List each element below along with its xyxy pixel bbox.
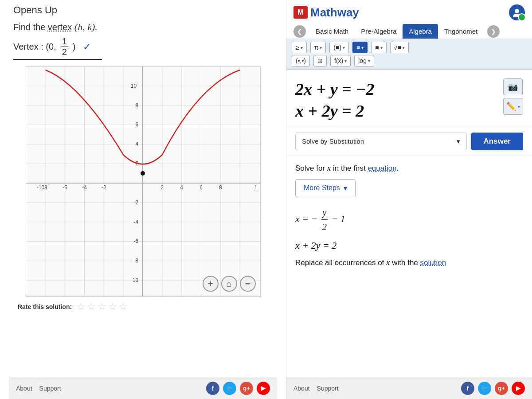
left-footer: About Support f 🐦 g+ ▶ bbox=[9, 377, 277, 399]
svg-text:-4: -4 bbox=[133, 219, 138, 225]
solution-link[interactable]: solution bbox=[420, 258, 446, 267]
step-var-x: x bbox=[327, 163, 331, 172]
star-2[interactable]: ☆ bbox=[87, 301, 96, 313]
facebook-icon-left[interactable]: f bbox=[206, 382, 219, 395]
svg-text:6: 6 bbox=[200, 184, 203, 191]
star-4[interactable]: ☆ bbox=[108, 301, 117, 313]
vertex-fraction: 1 2 bbox=[61, 36, 68, 57]
svg-text:-2: -2 bbox=[133, 200, 138, 206]
googleplus-icon-left[interactable]: g+ bbox=[240, 382, 253, 395]
camera-btn[interactable]: 📷 bbox=[503, 78, 523, 95]
star-rating[interactable]: ☆ ☆ ☆ ☆ ☆ bbox=[76, 301, 128, 313]
equation-line-1: 2x + y = −2 bbox=[295, 78, 498, 100]
math-actions: 📷 ✏️ ▾ bbox=[503, 78, 523, 115]
zoom-out-button[interactable]: − bbox=[240, 276, 256, 292]
fx-btn[interactable]: f(x) ▾ bbox=[330, 55, 351, 66]
right-panel: M Mathway ❮ Basic Math Pre-Algebra Algeb… bbox=[286, 0, 532, 399]
vertex-fraction-num: 1 bbox=[61, 36, 68, 47]
tab-basic-math[interactable]: Basic Math bbox=[309, 24, 355, 39]
opens-up-text: Opens Up bbox=[13, 4, 273, 16]
matrix-btn[interactable]: ≡ ▾ bbox=[352, 42, 368, 53]
svg-text:-4: -4 bbox=[82, 184, 87, 191]
zoom-in-button[interactable]: + bbox=[203, 276, 219, 292]
steps-content: Solve for x in the first equation. More … bbox=[286, 156, 532, 377]
paren-btn[interactable]: (■) ▾ bbox=[329, 42, 349, 53]
social-icons-left: f 🐦 g+ ▶ bbox=[206, 382, 270, 395]
svg-text:8: 8 bbox=[135, 102, 138, 109]
left-content: Opens Up Find the vertex (h, k). Vertex … bbox=[9, 0, 277, 377]
sqrt-btn[interactable]: √■ ▾ bbox=[390, 42, 409, 53]
svg-text:4: 4 bbox=[135, 141, 138, 147]
rate-section: Rate this solution: ☆ ☆ ☆ ☆ ☆ bbox=[13, 297, 273, 313]
star-1[interactable]: ☆ bbox=[76, 301, 85, 313]
star-3[interactable]: ☆ bbox=[98, 301, 106, 313]
svg-text:-2: -2 bbox=[102, 184, 106, 191]
more-steps-label: More Steps bbox=[304, 184, 340, 192]
graph-controls: + ⌂ − bbox=[203, 276, 256, 292]
svg-text:-6: -6 bbox=[133, 238, 138, 244]
youtube-icon-left[interactable]: ▶ bbox=[257, 382, 270, 395]
edit-btn[interactable]: ✏️ ▾ bbox=[503, 98, 523, 115]
greater-equal-btn[interactable]: ≥ ▾ bbox=[292, 42, 307, 53]
toolbar: ≥ ▾ π ▾ (■) ▾ ≡ ▾ ■ ▾ √■ ▾ (•,•) ⊞ f(x) … bbox=[286, 39, 532, 70]
square-btn[interactable]: ■ ▾ bbox=[371, 42, 386, 53]
equation-link[interactable]: equation bbox=[368, 164, 396, 172]
twitter-icon-right[interactable]: 🐦 bbox=[478, 382, 491, 395]
about-link-left[interactable]: About bbox=[16, 385, 32, 392]
toolbar-row-2: (•,•) ⊞ f(x) ▾ log ▾ bbox=[292, 55, 527, 66]
svg-text:4: 4 bbox=[180, 184, 183, 191]
step-instruction-1: Solve for x in the first equation. bbox=[295, 163, 523, 173]
nav-left-arrow[interactable]: ❮ bbox=[293, 25, 306, 38]
tab-trigonometry[interactable]: Trigonomet bbox=[438, 24, 484, 39]
nav-right-arrow[interactable]: ❯ bbox=[487, 25, 500, 38]
log-btn[interactable]: log ▾ bbox=[354, 55, 374, 66]
mathway-header: M Mathway ❮ Basic Math Pre-Algebra Algeb… bbox=[286, 0, 532, 39]
tab-pre-algebra[interactable]: Pre-Algebra bbox=[355, 24, 403, 39]
svg-text:10: 10 bbox=[132, 277, 138, 283]
result-fraction-den: 2 bbox=[321, 220, 328, 234]
social-icons-right: f 🐦 g+ ▶ bbox=[461, 382, 525, 395]
pi-btn[interactable]: π ▾ bbox=[310, 42, 326, 53]
coord-btn[interactable]: (•,•) bbox=[292, 55, 310, 66]
user-avatar[interactable] bbox=[509, 4, 525, 20]
logo-box: M bbox=[293, 6, 308, 19]
replace-var: x bbox=[386, 258, 390, 267]
svg-text:2: 2 bbox=[160, 184, 164, 191]
star-5[interactable]: ☆ bbox=[119, 301, 128, 313]
tab-algebra[interactable]: Algebra bbox=[403, 24, 438, 39]
vertex-keyword: vertex bbox=[48, 22, 72, 32]
svg-text:6: 6 bbox=[135, 121, 138, 128]
vertex-close: ) bbox=[73, 42, 76, 52]
youtube-icon-right[interactable]: ▶ bbox=[512, 382, 525, 395]
mathway-logo: M Mathway bbox=[293, 6, 359, 20]
svg-text:8: 8 bbox=[219, 184, 222, 191]
graph-container: -108 -6 -4 -2 2 4 6 8 1 10 8 6 4 2 -2 -4… bbox=[26, 66, 261, 297]
result-fraction-num: y bbox=[321, 205, 328, 220]
vertex-label: Vertex : (0, bbox=[13, 42, 56, 52]
svg-point-45 bbox=[515, 9, 519, 13]
googleplus-icon-right[interactable]: g+ bbox=[495, 382, 508, 395]
solve-method-select[interactable]: Solve by Substitution ▾ bbox=[295, 133, 467, 150]
vertex-line: Vertex : (0, 1 2 ) ✓ bbox=[13, 36, 102, 60]
toolbar-row-1: ≥ ▾ π ▾ (■) ▾ ≡ ▾ ■ ▾ √■ ▾ bbox=[292, 42, 527, 53]
dropdown-arrow-icon: ▾ bbox=[457, 137, 460, 145]
nav-tabs: ❮ Basic Math Pre-Algebra Algebra Trigono… bbox=[293, 24, 525, 39]
support-link-right[interactable]: Support bbox=[317, 385, 339, 392]
about-link-right[interactable]: About bbox=[293, 385, 310, 392]
home-button[interactable]: ⌂ bbox=[221, 276, 237, 292]
twitter-icon-left[interactable]: 🐦 bbox=[223, 382, 236, 395]
more-steps-button[interactable]: More Steps ▾ bbox=[295, 179, 356, 197]
svg-text:-6: -6 bbox=[63, 184, 67, 191]
grid-btn[interactable]: ⊞ bbox=[313, 55, 327, 66]
svg-text:10: 10 bbox=[130, 83, 137, 89]
svg-point-46 bbox=[513, 14, 521, 17]
user-icon bbox=[512, 8, 522, 17]
step-math-result: x = − y 2 − 1 bbox=[295, 205, 523, 234]
support-link-left[interactable]: Support bbox=[39, 385, 61, 392]
svg-rect-0 bbox=[26, 66, 260, 296]
answer-button[interactable]: Answer bbox=[471, 133, 523, 150]
solve-method-label: Solve by Substitution bbox=[302, 137, 364, 145]
svg-text:-108: -108 bbox=[36, 184, 47, 191]
solve-row: Solve by Substitution ▾ Answer bbox=[286, 127, 532, 156]
facebook-icon-right[interactable]: f bbox=[461, 382, 474, 395]
